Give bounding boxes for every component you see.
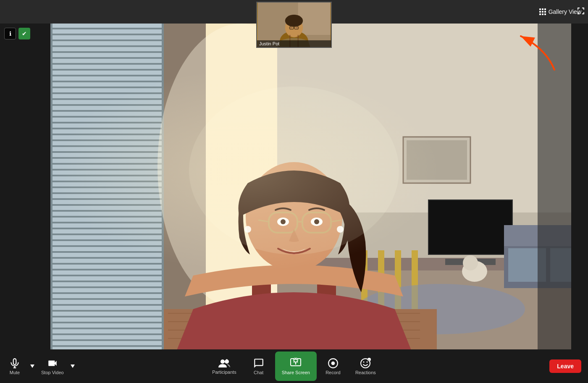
stop-video-control: Stop Video <box>35 352 76 381</box>
svg-rect-19 <box>52 35 162 39</box>
share-screen-icon <box>290 358 302 369</box>
security-icon-button[interactable]: ✔ <box>18 28 30 39</box>
microphone-icon <box>9 358 20 369</box>
svg-rect-28 <box>52 88 162 92</box>
share-screen-button[interactable]: Share Screen <box>275 352 317 381</box>
main-video-area: ℹ ✔ <box>0 24 588 349</box>
gallery-view-button[interactable]: Gallery View <box>539 8 581 15</box>
mute-control: Mute <box>0 352 35 381</box>
svg-text:2: 2 <box>226 359 228 362</box>
pip-video[interactable]: Justin Pot <box>256 2 332 48</box>
svg-rect-29 <box>52 94 162 98</box>
svg-point-123 <box>220 359 225 364</box>
svg-rect-56 <box>52 253 162 257</box>
svg-rect-24 <box>52 65 162 69</box>
svg-marker-121 <box>30 365 34 368</box>
svg-rect-23 <box>52 59 162 63</box>
gallery-grid-icon <box>539 8 546 15</box>
svg-rect-51 <box>52 223 162 228</box>
leave-button[interactable]: Leave <box>549 359 581 373</box>
reactions-label: Reactions <box>355 370 376 375</box>
svg-rect-26 <box>52 76 162 81</box>
svg-rect-33 <box>52 118 162 122</box>
expand-icon <box>577 7 585 15</box>
overlay-icons: ℹ ✔ <box>4 28 30 39</box>
svg-rect-32 <box>52 112 162 116</box>
svg-rect-53 <box>52 235 162 239</box>
svg-rect-34 <box>52 123 162 128</box>
svg-rect-70 <box>52 335 162 339</box>
video-camera-icon <box>47 358 58 369</box>
svg-rect-54 <box>52 241 162 245</box>
participants-label: Participants <box>212 370 236 375</box>
svg-rect-42 <box>52 171 162 175</box>
svg-point-129 <box>331 361 335 365</box>
toolbar-left-controls: Mute Stop Video <box>0 349 76 383</box>
toolbar-center-controls: 2 Participants Chat <box>206 352 382 381</box>
svg-rect-71 <box>52 341 162 345</box>
svg-rect-40 <box>52 159 162 163</box>
svg-rect-18 <box>52 29 162 34</box>
svg-rect-63 <box>52 294 162 298</box>
svg-rect-67 <box>52 317 162 322</box>
svg-rect-55 <box>52 247 162 251</box>
svg-rect-46 <box>52 194 162 198</box>
svg-rect-25 <box>52 71 162 75</box>
toolbar-right-controls: Leave <box>549 349 581 383</box>
record-button[interactable]: Record <box>318 352 348 381</box>
mute-caret-button[interactable] <box>29 352 35 381</box>
shield-check-icon: ✔ <box>22 30 27 37</box>
svg-rect-62 <box>52 288 162 292</box>
svg-rect-39 <box>52 153 162 157</box>
fullscreen-button[interactable] <box>577 7 585 16</box>
svg-rect-69 <box>52 329 162 333</box>
svg-rect-52 <box>52 229 162 233</box>
mute-button[interactable]: Mute <box>0 352 29 381</box>
pip-participant-name: Justin Pot <box>257 40 331 47</box>
reactions-button[interactable]: + Reactions <box>349 352 382 381</box>
svg-rect-50 <box>52 218 162 222</box>
mute-label: Mute <box>10 370 20 375</box>
reactions-icon: + <box>360 358 371 369</box>
svg-rect-48 <box>52 206 162 210</box>
mute-caret-icon <box>30 365 34 368</box>
svg-rect-57 <box>52 259 162 263</box>
chat-label: Chat <box>254 370 263 375</box>
svg-rect-21 <box>52 47 162 51</box>
svg-rect-37 <box>52 141 162 145</box>
svg-rect-27 <box>52 82 162 87</box>
svg-rect-43 <box>52 176 162 181</box>
gallery-view-label: Gallery View <box>549 8 581 15</box>
record-label: Record <box>326 370 340 375</box>
toolbar: Mute Stop Video <box>0 349 588 383</box>
stop-video-caret-icon <box>71 365 75 368</box>
chat-button[interactable]: Chat <box>244 352 273 381</box>
chat-icon <box>253 358 264 369</box>
svg-rect-58 <box>52 265 162 269</box>
info-icon-button[interactable]: ℹ <box>4 28 16 39</box>
stop-video-caret-button[interactable] <box>70 352 76 381</box>
record-icon <box>328 358 339 369</box>
svg-rect-38 <box>52 147 162 151</box>
svg-rect-22 <box>52 53 162 57</box>
svg-rect-31 <box>52 106 162 110</box>
participants-button[interactable]: 2 Participants <box>206 352 242 381</box>
svg-rect-64 <box>52 300 162 304</box>
svg-rect-68 <box>52 323 162 328</box>
svg-rect-15 <box>0 24 50 349</box>
svg-rect-20 <box>52 41 162 45</box>
room-background-svg <box>0 24 588 349</box>
top-bar: Justin Pot Gallery View <box>0 0 588 24</box>
svg-rect-60 <box>52 276 162 281</box>
svg-rect-82 <box>428 200 512 254</box>
svg-point-6 <box>285 15 303 27</box>
svg-rect-17 <box>52 24 162 28</box>
svg-rect-45 <box>52 188 162 192</box>
svg-point-119 <box>189 87 399 254</box>
svg-marker-122 <box>71 365 75 368</box>
svg-point-93 <box>463 255 478 270</box>
stop-video-button[interactable]: Stop Video <box>35 352 70 381</box>
svg-rect-2 <box>298 3 331 35</box>
svg-point-131 <box>363 361 365 362</box>
stop-video-label: Stop Video <box>41 370 64 375</box>
